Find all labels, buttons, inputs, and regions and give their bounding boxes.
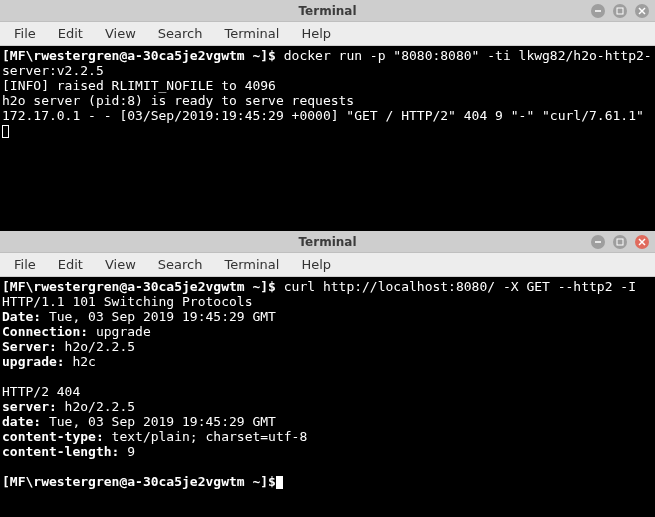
- prompt: [MF\rwestergren@a-30ca5je2vgwtm ~]$: [2, 474, 276, 489]
- output-line: HTTP/2 404: [2, 384, 80, 399]
- menu-help[interactable]: Help: [291, 255, 341, 274]
- header-key: Connection:: [2, 324, 88, 339]
- minimize-button[interactable]: [591, 235, 605, 249]
- minimize-button[interactable]: [591, 4, 605, 18]
- header-key: content-length:: [2, 444, 119, 459]
- prompt: [MF\rwestergren@a-30ca5je2vgwtm ~]$: [2, 48, 276, 63]
- header-val: text/plain; charset=utf-8: [104, 429, 308, 444]
- header-key: date:: [2, 414, 41, 429]
- menu-file[interactable]: File: [4, 24, 46, 43]
- header-val: h2o/2.2.5: [57, 399, 135, 414]
- menu-edit[interactable]: Edit: [48, 255, 93, 274]
- header-key: server:: [2, 399, 57, 414]
- menu-terminal[interactable]: Terminal: [214, 255, 289, 274]
- terminal-output[interactable]: [MF\rwestergren@a-30ca5je2vgwtm ~]$ curl…: [0, 277, 655, 517]
- window-title: Terminal: [298, 4, 356, 18]
- window-controls: [591, 4, 649, 18]
- output-line: HTTP/1.1 101 Switching Protocols: [2, 294, 252, 309]
- titlebar[interactable]: Terminal: [0, 231, 655, 253]
- header-key: upgrade:: [2, 354, 65, 369]
- maximize-button[interactable]: [613, 235, 627, 249]
- menubar: File Edit View Search Terminal Help: [0, 22, 655, 46]
- menu-search[interactable]: Search: [148, 255, 213, 274]
- titlebar[interactable]: Terminal: [0, 0, 655, 22]
- window-controls: [591, 235, 649, 249]
- header-val: Tue, 03 Sep 2019 19:45:29 GMT: [41, 309, 276, 324]
- menu-view[interactable]: View: [95, 24, 146, 43]
- menu-search[interactable]: Search: [148, 24, 213, 43]
- header-val: h2c: [65, 354, 96, 369]
- output-line: [INFO] raised RLIMIT_NOFILE to 4096: [2, 78, 276, 93]
- terminal-window-1: Terminal File Edit View Search Terminal …: [0, 0, 655, 231]
- command-text: curl http://localhost:8080/ -X GET --htt…: [276, 279, 636, 294]
- terminal-window-2: Terminal File Edit View Search Terminal …: [0, 231, 655, 517]
- cursor-icon: [276, 476, 283, 489]
- window-title: Terminal: [298, 235, 356, 249]
- header-key: Date:: [2, 309, 41, 324]
- menu-terminal[interactable]: Terminal: [214, 24, 289, 43]
- svg-rect-5: [617, 239, 623, 245]
- header-key: content-type:: [2, 429, 104, 444]
- close-button[interactable]: [635, 235, 649, 249]
- header-val: 9: [119, 444, 135, 459]
- menubar: File Edit View Search Terminal Help: [0, 253, 655, 277]
- header-val: h2o/2.2.5: [57, 339, 135, 354]
- terminal-output[interactable]: [MF\rwestergren@a-30ca5je2vgwtm ~]$ dock…: [0, 46, 655, 231]
- menu-edit[interactable]: Edit: [48, 24, 93, 43]
- maximize-button[interactable]: [613, 4, 627, 18]
- menu-help[interactable]: Help: [291, 24, 341, 43]
- menu-view[interactable]: View: [95, 255, 146, 274]
- cursor-icon: [2, 125, 9, 138]
- header-val: Tue, 03 Sep 2019 19:45:29 GMT: [41, 414, 276, 429]
- output-line: 172.17.0.1 - - [03/Sep/2019:19:45:29 +00…: [2, 108, 644, 123]
- output-line: h2o server (pid:8) is ready to serve req…: [2, 93, 354, 108]
- header-val: upgrade: [88, 324, 151, 339]
- header-key: Server:: [2, 339, 57, 354]
- svg-rect-1: [617, 8, 623, 14]
- close-button[interactable]: [635, 4, 649, 18]
- prompt: [MF\rwestergren@a-30ca5je2vgwtm ~]$: [2, 279, 276, 294]
- menu-file[interactable]: File: [4, 255, 46, 274]
